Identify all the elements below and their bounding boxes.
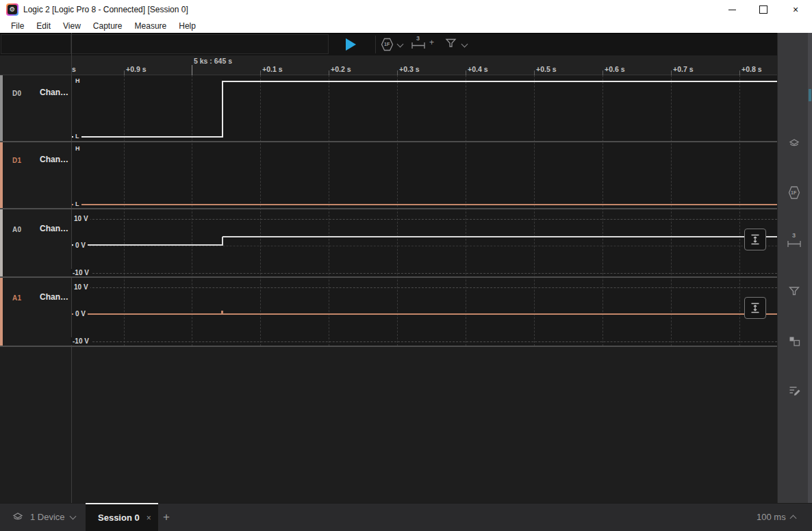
channel-color-strip bbox=[0, 209, 3, 276]
channel-label-a0[interactable]: A0 Chan… bbox=[0, 209, 71, 276]
maximize-button[interactable] bbox=[748, 0, 779, 19]
funnel-icon bbox=[788, 285, 800, 298]
scale-label: 0 V bbox=[73, 310, 88, 318]
close-tab-icon[interactable]: × bbox=[147, 513, 151, 523]
menu-file[interactable]: File bbox=[5, 21, 30, 31]
tick-mark bbox=[124, 70, 125, 75]
channel-id: D1 bbox=[12, 157, 21, 164]
d0-signal-high bbox=[223, 81, 777, 82]
new-session-button[interactable]: + bbox=[163, 511, 170, 523]
tick-label: +0.3 s bbox=[399, 65, 420, 73]
sidebar-measurements-button[interactable]: 3 bbox=[787, 235, 802, 250]
title-bar: ⚙ Logic 2 [Logic Pro 8 - Connected] [Ses… bbox=[0, 0, 812, 19]
sidebar-analyzers-button[interactable]: 1F bbox=[787, 185, 802, 200]
menu-capture[interactable]: Capture bbox=[87, 21, 129, 31]
menu-view[interactable]: View bbox=[57, 21, 87, 31]
tick-mark bbox=[397, 70, 398, 75]
channel-label-a1[interactable]: A1 Chan… bbox=[0, 278, 71, 346]
menu-edit[interactable]: Edit bbox=[30, 21, 57, 31]
gridline-neg10v bbox=[72, 341, 777, 342]
device-count-label: 1 Device bbox=[30, 512, 65, 522]
low-marker: L bbox=[73, 133, 81, 140]
menu-measure[interactable]: Measure bbox=[129, 21, 173, 31]
a0-autoscale-button[interactable] bbox=[744, 229, 766, 250]
tick-label: s bbox=[72, 65, 76, 73]
annotations-dropdown-button[interactable] bbox=[445, 38, 470, 51]
channel-label-d1[interactable]: D1 Chan… bbox=[0, 142, 71, 208]
channel-color-strip bbox=[0, 142, 3, 208]
add-measurement-button[interactable]: 3 + bbox=[411, 35, 438, 53]
sidebar-extensions-button[interactable] bbox=[787, 333, 802, 348]
ruler-major-tick bbox=[192, 65, 192, 75]
channel-name: Chan… bbox=[40, 292, 68, 302]
timescale-label: 100 ms bbox=[757, 512, 786, 522]
session-tab[interactable]: Session 0 × bbox=[86, 503, 158, 531]
menu-help[interactable]: Help bbox=[173, 21, 202, 31]
chevron-down-icon bbox=[397, 41, 404, 48]
high-marker: H bbox=[73, 77, 82, 84]
device-icon bbox=[11, 512, 25, 523]
close-icon: × bbox=[793, 5, 798, 14]
a0-signal-step bbox=[222, 237, 223, 246]
sidebar-scrollbar[interactable] bbox=[808, 33, 812, 503]
scale-label: 10 V bbox=[72, 215, 90, 222]
scale-label: 0 V bbox=[73, 242, 88, 249]
tick-mark bbox=[534, 70, 535, 75]
d1-signal-low bbox=[72, 204, 777, 205]
ruler-major-label: 5 ks : 645 s bbox=[194, 57, 232, 65]
tick-label: +0.4 s bbox=[468, 65, 488, 73]
gridline-10v bbox=[72, 287, 777, 288]
gridline-neg10v bbox=[72, 273, 777, 274]
gridline-v bbox=[671, 75, 672, 346]
channel-id: D0 bbox=[12, 90, 21, 97]
tick-label: +0.8 s bbox=[741, 65, 762, 73]
d0-signal-edge bbox=[222, 81, 223, 138]
start-capture-button[interactable] bbox=[346, 38, 356, 51]
sidebar-notes-button[interactable] bbox=[787, 383, 802, 398]
gridline-v bbox=[397, 75, 398, 346]
tick-mark bbox=[739, 70, 740, 75]
scrollbar-thumb[interactable] bbox=[809, 89, 811, 101]
notes-icon bbox=[788, 384, 801, 397]
a1-signal-glitch bbox=[221, 311, 223, 313]
chevron-down-icon bbox=[69, 513, 76, 519]
tick-mark bbox=[329, 70, 329, 75]
device-selector[interactable]: 1 Device bbox=[5, 503, 81, 531]
tick-label: +0.2 s bbox=[331, 65, 351, 73]
gridline-v bbox=[260, 75, 261, 346]
play-icon bbox=[346, 38, 356, 51]
tick-label: +0.7 s bbox=[673, 65, 694, 73]
channel-label-d0[interactable]: D0 Chan… bbox=[0, 75, 71, 141]
analyzers-dropdown-button[interactable]: 1F bbox=[381, 37, 404, 52]
tick-mark bbox=[260, 70, 261, 75]
measure-icon bbox=[787, 235, 802, 250]
analyzer-badge: 1F bbox=[791, 190, 796, 195]
window-title: Logic 2 [Logic Pro 8 - Connected] [Sessi… bbox=[23, 5, 188, 14]
tick-label: +0.9 s bbox=[126, 65, 147, 73]
sidebar-annotations-button[interactable] bbox=[787, 284, 802, 299]
menu-bar: File Edit View Capture Measure Help bbox=[0, 19, 812, 33]
gridline-v bbox=[602, 75, 603, 346]
toolbar-divider bbox=[375, 36, 376, 53]
minimize-button[interactable] bbox=[716, 0, 748, 19]
chevron-up-icon bbox=[789, 515, 796, 522]
channel-name: Chan… bbox=[40, 88, 68, 97]
channel-id: A1 bbox=[12, 294, 21, 302]
tick-mark bbox=[602, 70, 603, 75]
logic2-window: ⚙ Logic 2 [Logic Pro 8 - Connected] [Ses… bbox=[0, 0, 812, 531]
close-button[interactable]: × bbox=[779, 0, 812, 19]
tick-label: +0.5 s bbox=[536, 65, 557, 73]
d0-signal-low bbox=[72, 136, 223, 138]
minimize-icon bbox=[728, 10, 736, 10]
sidebar-devices-button[interactable] bbox=[787, 136, 802, 151]
timescale-control[interactable]: 100 ms bbox=[757, 503, 796, 531]
gridline-v bbox=[192, 75, 192, 346]
empty-track-area bbox=[0, 346, 777, 503]
timeline-ruler[interactable] bbox=[0, 55, 777, 75]
a1-autoscale-button[interactable] bbox=[744, 297, 766, 319]
measure-icon bbox=[411, 35, 426, 53]
extensions-icon bbox=[788, 335, 801, 348]
session-tab-label: Session 0 bbox=[98, 513, 140, 523]
row-separator bbox=[0, 208, 777, 209]
a0-signal-3v bbox=[223, 236, 777, 237]
